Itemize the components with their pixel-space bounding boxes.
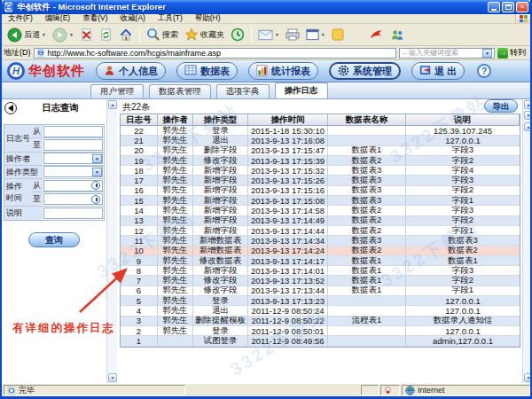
table-row[interactable]: 20郭先生删除字段2013-9-13 17:15:47数据表1字段3 — [121, 146, 520, 156]
keyword-dropdown-icon[interactable]: ▼ — [482, 49, 492, 58]
table-cell: 新增数据表 — [193, 236, 248, 246]
search-button[interactable]: 搜索 — [145, 27, 180, 43]
stop-button[interactable] — [78, 27, 95, 43]
op-type-select[interactable]: ▼ — [43, 166, 103, 177]
tab-active[interactable]: 操作日志 — [275, 82, 328, 98]
clock-icon[interactable] — [91, 195, 100, 204]
tab-item[interactable]: 用户管理 — [90, 84, 144, 98]
table-row[interactable]: 5郭先生登录2013-9-13 17:13:23127.0.0.1 — [121, 296, 520, 306]
menu-item[interactable]: 帮助(H) — [189, 13, 227, 22]
table-row[interactable]: 7郭先生修改字段2013-9-13 17:13:52数据表1字段2 — [121, 276, 520, 286]
table-row[interactable]: 10郭先生新增数据表2013-9-13 17:14:24数据表2数据表2 — [121, 246, 520, 256]
table-row[interactable]: 22郭先生登录2015-1-18 15:30:10125.39.107.245 — [121, 126, 520, 136]
help-button[interactable]: ? — [477, 64, 491, 78]
scroll-down-icon[interactable]: ▼ — [524, 373, 532, 382]
scroll-up-icon[interactable]: ▲ — [524, 122, 532, 131]
query-button[interactable]: 查询 — [28, 232, 80, 247]
table-cell: 5 — [121, 296, 158, 306]
back-dropdown-icon[interactable]: ▼ — [42, 32, 46, 37]
refresh-button[interactable] — [98, 27, 114, 43]
table-cell: 退出 — [193, 136, 248, 145]
scroll-up-icon[interactable]: ▲ — [524, 100, 532, 109]
table-row[interactable]: 12郭先生新增字段2013-9-13 17:14:44数据表2字段1 — [121, 226, 520, 236]
table-row[interactable]: 4郭先生退出2011-12-9 08:50:24127.0.0.1 — [121, 306, 520, 316]
title-bar: 华创软件 - Microsoft Internet Explorer × — [2, 0, 530, 14]
scroll-up-icon[interactable]: ▲ — [108, 100, 117, 109]
favorites-button[interactable]: 收藏夹 — [183, 27, 226, 43]
restore-button[interactable] — [502, 2, 514, 12]
table-row[interactable]: 8郭先生新增字段2013-9-13 17:14:01数据表1字段3 — [121, 266, 520, 276]
menu-item[interactable]: 收藏(A) — [114, 13, 152, 22]
table-cell: 2013-9-13 17:15:32 — [248, 166, 328, 176]
menu-item[interactable]: 工具(T) — [152, 13, 189, 22]
mail-dropdown-icon[interactable]: ▼ — [275, 32, 279, 37]
table-cell: 2 — [121, 326, 158, 336]
messenger-button[interactable] — [388, 27, 406, 43]
print-button[interactable] — [284, 27, 301, 42]
nav-button-chart[interactable]: 统计报表 — [248, 62, 318, 80]
note-button[interactable] — [330, 27, 346, 42]
table-row[interactable]: 13郭先生新增字段2013-9-13 17:14:49数据表2字段2 — [121, 216, 520, 226]
log-no-from-input[interactable] — [43, 126, 103, 137]
table-row[interactable]: 9郭先生修改数据表2013-9-13 17:14:17数据表1数据表1 — [121, 256, 520, 266]
time-to-input[interactable] — [43, 193, 103, 205]
table-row[interactable]: 18郭先生新增字段2013-9-13 17:15:32数据表3字段4 — [121, 166, 520, 176]
table-row[interactable]: 15郭先生新增字段2013-9-13 17:15:08数据表3字段1 — [121, 196, 520, 206]
mail-button[interactable]: ▼ — [256, 28, 281, 42]
scroll-down-icon[interactable]: ▼ — [524, 111, 532, 120]
table-cell: 127.0.0.1 — [406, 296, 520, 306]
menu-item[interactable]: 编辑(E) — [39, 13, 76, 22]
nav-button-exit[interactable]: 退 出 — [411, 62, 465, 80]
table-row[interactable]: 6郭先生修改字段2013-9-13 17:13:44数据表1字段1 — [121, 286, 520, 296]
collapse-sidebar-button[interactable] — [4, 102, 17, 114]
nav-button-person[interactable]: 个人信息 — [96, 62, 166, 80]
table-row[interactable]: 1试图登录2011-12-9 08:49:56admin,127.0.0.1 — [121, 336, 520, 346]
nav-button-gear[interactable]: 系统管理 — [329, 62, 401, 80]
export-button[interactable]: 导出 — [484, 99, 518, 113]
table-row[interactable]: 11郭先生新增数据表2013-9-13 17:14:34数据表3数据表3 — [121, 236, 520, 246]
time-from-input[interactable] — [43, 180, 103, 192]
history-button[interactable] — [229, 27, 246, 43]
close-button[interactable]: × — [516, 2, 528, 12]
clock-icon[interactable] — [91, 181, 100, 190]
table-cell: 14 — [121, 206, 158, 215]
forward-dropdown-icon[interactable]: ▼ — [69, 32, 74, 37]
go-button[interactable]: → 转到 — [497, 47, 528, 59]
column-header: 操作时间 — [248, 114, 328, 125]
edit-button[interactable]: ▼ — [304, 27, 327, 42]
forward-button[interactable]: ▼ — [51, 27, 75, 43]
table-row[interactable]: 17郭先生新增字段2013-9-13 17:15:26数据表3字段3 — [121, 176, 520, 185]
table-row[interactable]: 19郭先生修改字段2013-9-13 17:15:39数据表2字段2 — [121, 156, 520, 166]
nav-buttons: 个人信息数据表统计报表系统管理退 出 — [96, 62, 465, 80]
address-input[interactable]: http://www.hc-software.com/hcgis/mainfra… — [34, 48, 397, 59]
desc-input[interactable] — [43, 207, 103, 219]
minimize-button[interactable] — [488, 2, 500, 12]
table-row[interactable]: 2郭先生登录2011-12-9 08:50:01127.0.0.1 — [121, 326, 520, 336]
discuss-button[interactable] — [367, 27, 386, 43]
tab-item[interactable]: 数据表管理 — [149, 84, 211, 98]
operator-select[interactable]: ▼ — [43, 153, 103, 164]
nav-button-table[interactable]: 数据表 — [176, 62, 238, 80]
keyword-search-input[interactable]: ←输入关键词搜索 ▼ — [399, 48, 495, 59]
table-cell: 2011-12-9 08:50:22 — [248, 317, 328, 326]
back-button[interactable]: 后退▼ — [5, 27, 48, 43]
log-no-to-input[interactable] — [43, 139, 103, 151]
edit-dropdown-icon[interactable]: ▼ — [321, 32, 325, 37]
table-row[interactable]: 21郭先生退出2013-9-13 17:16:08127.0.0.1 — [121, 136, 520, 145]
menu-item[interactable]: 查看(V) — [76, 13, 113, 22]
menu-item[interactable]: 文件(F) — [2, 13, 39, 22]
table-row[interactable]: 16郭先生新增字段2013-9-13 17:15:16数据表3字段2 — [121, 186, 520, 196]
scroll-down-icon[interactable]: ▼ — [108, 373, 117, 382]
page-scrollbar[interactable]: ▲ ▼ ▲ ▼ — [522, 99, 532, 383]
log-no-label: 日志号 — [4, 125, 31, 152]
tab-item[interactable]: 选项字典 — [216, 84, 270, 98]
table-cell: 18 — [121, 166, 158, 176]
table-cell: 郭先生 — [158, 136, 193, 145]
sidebar-scrollbar[interactable]: ▲ ▼ — [106, 99, 117, 383]
table-row[interactable]: 3郭先生删除提醒模板2011-12-9 08:50:22流程表1数据录入通知信 — [121, 317, 520, 326]
home-button[interactable] — [117, 27, 135, 43]
table-row[interactable]: 14郭先生新增字段2013-9-13 17:14:58数据表2字段3 — [121, 206, 520, 215]
chart-icon — [256, 65, 268, 78]
messenger-people-icon — [390, 28, 404, 42]
forward-icon — [52, 27, 67, 43]
